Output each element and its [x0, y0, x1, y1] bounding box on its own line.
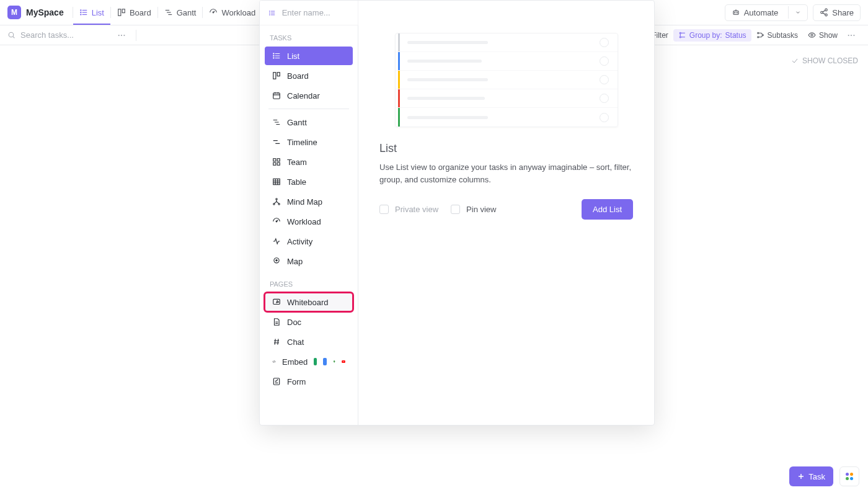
view-option-map[interactable]: Map [265, 252, 353, 270]
map-icon [272, 257, 281, 265]
preview-options: Private view Pin view Add List [379, 199, 633, 220]
private-view-checkbox[interactable]: Private view [379, 205, 438, 214]
view-option-whiteboard[interactable]: Whiteboard [265, 293, 353, 311]
tab-board[interactable]: Board [111, 0, 157, 25]
svg-point-3 [80, 10, 81, 11]
search-input[interactable] [20, 30, 101, 40]
robot-icon [732, 8, 740, 17]
floating-actions: Task [789, 466, 859, 486]
subtasks-button[interactable]: Subtasks [751, 29, 803, 42]
tab-workload[interactable]: Workload [203, 0, 262, 25]
divider [136, 30, 136, 41]
view-option-calendar[interactable]: Calendar [265, 86, 353, 105]
view-option-label: Table [287, 177, 306, 187]
search-input-wrap[interactable] [7, 30, 113, 40]
view-option-timeline[interactable]: Timeline [265, 133, 353, 151]
view-option-gantt[interactable]: Gantt [265, 113, 353, 132]
view-option-chat[interactable]: Chat [265, 332, 353, 351]
view-option-team[interactable]: Team [265, 153, 353, 171]
view-option-table[interactable]: Table [265, 172, 353, 191]
svg-rect-48 [273, 93, 280, 99]
tab-label: Workload [221, 8, 255, 17]
workload-icon [272, 217, 281, 226]
svg-point-15 [737, 12, 737, 13]
task-fab-label: Task [808, 472, 825, 481]
svg-point-18 [821, 11, 823, 14]
tab-list[interactable]: List [73, 0, 110, 25]
tab-label: Board [130, 8, 151, 17]
view-option-label: Board [287, 71, 309, 81]
preview-illustration [395, 33, 618, 127]
plus-icon [797, 473, 805, 480]
view-name-input[interactable] [282, 8, 349, 17]
groupby-button[interactable]: Group by: Status [673, 29, 751, 42]
preview-title: List [379, 142, 633, 155]
svg-point-84 [334, 361, 334, 362]
search-more-icon[interactable]: ··· [113, 31, 131, 40]
subtasks-icon [756, 31, 764, 39]
view-option-label: Calendar [287, 91, 320, 100]
workload-icon [209, 8, 218, 17]
more-options-icon[interactable]: ··· [843, 31, 861, 40]
svg-rect-57 [273, 159, 276, 161]
search-icon [7, 31, 16, 39]
show-button[interactable]: Show [803, 29, 843, 42]
view-option-mindmap[interactable]: Mind Map [265, 192, 353, 211]
automate-button[interactable]: Automate [725, 4, 808, 21]
add-list-button[interactable]: Add List [582, 199, 633, 220]
divider [268, 109, 349, 109]
svg-line-23 [13, 37, 14, 38]
view-option-label: Gantt [287, 118, 307, 127]
view-option-label: Whiteboard [287, 298, 328, 307]
svg-rect-58 [277, 159, 280, 161]
modal-preview-panel: List Use List view to organize your task… [358, 1, 654, 425]
svg-line-83 [274, 360, 275, 363]
automate-dropdown[interactable] [788, 6, 807, 19]
space-name[interactable]: MySpace [26, 7, 64, 17]
svg-point-33 [811, 34, 813, 36]
groupby-label: Group by: [689, 31, 722, 40]
tab-label: Gantt [177, 8, 197, 17]
svg-rect-46 [273, 73, 276, 79]
share-icon [820, 8, 828, 17]
view-option-workload[interactable]: Workload [265, 212, 353, 231]
tab-gantt[interactable]: Gantt [158, 0, 203, 25]
share-button[interactable]: Share [813, 4, 861, 21]
new-task-button[interactable]: Task [789, 466, 833, 486]
calendar-icon [272, 91, 281, 100]
view-option-form[interactable]: Form [265, 372, 353, 391]
svg-line-71 [277, 202, 279, 203]
checkbox-icon [451, 205, 460, 214]
pin-view-checkbox[interactable]: Pin view [451, 205, 496, 214]
view-option-activity[interactable]: Activity [265, 232, 353, 251]
svg-line-20 [823, 11, 825, 12]
svg-rect-61 [273, 179, 280, 184]
mindmap-icon [272, 197, 281, 206]
gantt-icon [272, 118, 281, 127]
svg-point-43 [273, 53, 274, 54]
view-option-board[interactable]: Board [265, 66, 353, 85]
svg-point-4 [80, 12, 81, 12]
svg-point-14 [734, 12, 735, 13]
svg-rect-6 [118, 9, 121, 16]
view-option-label: Team [287, 158, 307, 167]
view-option-embed[interactable]: Embed [265, 352, 353, 371]
view-option-list[interactable]: List [265, 47, 353, 65]
svg-point-66 [276, 198, 277, 200]
show-closed-toggle[interactable]: SHOW CLOSED [791, 56, 858, 65]
embed-calendar-icon [323, 358, 326, 365]
svg-point-22 [9, 32, 14, 37]
private-view-label: Private view [395, 205, 438, 214]
doc-icon [272, 318, 281, 326]
show-closed-label: SHOW CLOSED [802, 56, 858, 65]
svg-point-25 [680, 32, 681, 33]
chevron-down-icon [795, 9, 801, 16]
list-icon [79, 8, 88, 17]
space-badge[interactable]: M [7, 6, 21, 19]
view-option-doc[interactable]: Doc [265, 313, 353, 331]
apps-icon [846, 473, 853, 480]
show-label: Show [819, 31, 838, 40]
apps-button[interactable] [839, 466, 859, 486]
view-option-label: Chat [287, 337, 304, 347]
check-icon [791, 57, 799, 65]
